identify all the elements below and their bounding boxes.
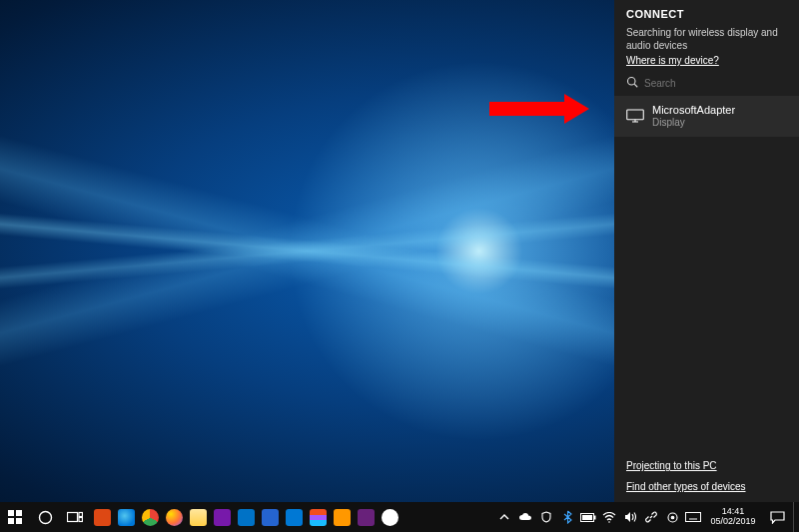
tray-location[interactable] (663, 502, 681, 532)
device-type: Display (652, 117, 735, 129)
desktop-wallpaper[interactable] (0, 0, 614, 502)
taskbar-clock[interactable]: 14:41 05/02/2019 (705, 502, 761, 532)
svg-point-0 (628, 78, 636, 86)
svg-rect-11 (79, 513, 83, 517)
annotation-arrow (489, 94, 599, 124)
svg-rect-19 (686, 513, 701, 522)
circle-icon (38, 510, 53, 525)
connect-search-row[interactable] (626, 76, 787, 90)
taskbar-pin-sublime[interactable] (330, 502, 354, 532)
location-icon (667, 512, 678, 523)
taskbar-pin-azure[interactable] (282, 502, 306, 532)
battery-icon (580, 513, 596, 522)
device-item-microsoftadapter[interactable]: MicrosoftAdapter Display (614, 96, 799, 137)
wifi-icon (602, 512, 616, 523)
search-icon (626, 76, 638, 90)
taskbar-pin-onenote[interactable] (210, 502, 234, 532)
connect-panel: CONNECT Searching for wireless display a… (614, 0, 799, 502)
cloud-icon (518, 512, 532, 522)
tray-wifi[interactable] (600, 502, 618, 532)
taskbar-pin-todo[interactable] (258, 502, 282, 532)
svg-point-16 (608, 521, 610, 523)
windows-logo-icon (8, 510, 22, 524)
show-desktop-button[interactable] (793, 502, 799, 532)
svg-rect-10 (68, 513, 78, 522)
tray-battery[interactable] (579, 502, 597, 532)
taskbar-pin-outlook[interactable] (234, 502, 258, 532)
device-name: MicrosoftAdapter (652, 104, 735, 117)
task-view-button[interactable] (60, 502, 90, 532)
svg-rect-15 (582, 515, 592, 520)
taskbar-pin-file-explorer[interactable] (186, 502, 210, 532)
svg-rect-6 (16, 510, 22, 516)
shield-icon (540, 511, 552, 523)
system-tray: 14:41 05/02/2019 (495, 502, 799, 532)
cortana-search-button[interactable] (30, 502, 60, 532)
taskbar-pin-ubuntu[interactable] (90, 502, 114, 532)
svg-rect-14 (594, 515, 596, 519)
taskbar-pin-firefox[interactable] (162, 502, 186, 532)
tray-security[interactable] (537, 502, 555, 532)
svg-rect-8 (16, 518, 22, 524)
tray-connect-link[interactable] (642, 502, 660, 532)
chevron-up-icon (499, 512, 509, 522)
start-button[interactable] (0, 502, 30, 532)
taskbar-pin-figma[interactable] (306, 502, 330, 532)
connect-status-text: Searching for wireless display and audio… (626, 27, 787, 52)
action-center-button[interactable] (764, 502, 790, 532)
find-other-devices-link[interactable]: Find other types of devices (626, 481, 746, 492)
taskbar-pin-edge[interactable] (114, 502, 138, 532)
tray-bluetooth[interactable] (558, 502, 576, 532)
svg-point-9 (39, 511, 51, 523)
taskbar-pin-vs[interactable] (354, 502, 378, 532)
speaker-icon (624, 511, 637, 523)
tray-onedrive[interactable] (516, 502, 534, 532)
task-view-icon (67, 511, 83, 523)
where-is-my-device-link[interactable]: Where is my device? (626, 55, 719, 66)
svg-line-1 (634, 84, 637, 87)
notification-icon (770, 511, 785, 524)
taskbar: 14:41 05/02/2019 (0, 502, 799, 532)
svg-rect-2 (627, 110, 644, 120)
bluetooth-icon (563, 510, 572, 524)
svg-rect-12 (79, 518, 83, 522)
svg-rect-5 (8, 510, 14, 516)
clock-date: 05/02/2019 (710, 517, 755, 527)
svg-rect-7 (8, 518, 14, 524)
link-icon (645, 511, 657, 523)
connect-title: CONNECT (626, 8, 787, 20)
tray-overflow-button[interactable] (495, 502, 513, 532)
tray-volume[interactable] (621, 502, 639, 532)
tray-keyboard[interactable] (684, 502, 702, 532)
projecting-to-this-pc-link[interactable]: Projecting to this PC (626, 460, 717, 471)
taskbar-pin-chrome[interactable] (138, 502, 162, 532)
display-icon (626, 109, 644, 125)
keyboard-icon (685, 512, 701, 522)
svg-point-18 (671, 516, 674, 519)
connect-search-input[interactable] (644, 78, 787, 89)
taskbar-pin-basecamp[interactable] (378, 502, 401, 532)
